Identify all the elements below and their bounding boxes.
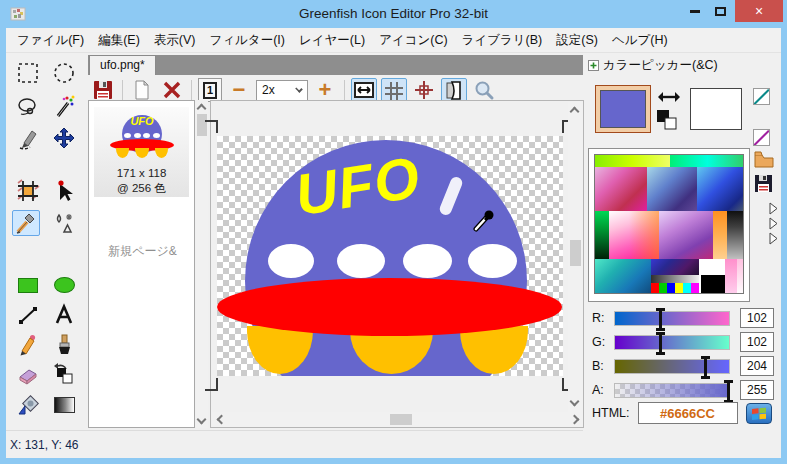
delete-page-button[interactable] [159, 78, 185, 102]
menu-item-edit[interactable]: 編集(E) [91, 29, 147, 52]
palette-arrow-button[interactable] [768, 217, 779, 230]
zoom-tool-button[interactable] [471, 78, 497, 102]
tool-button-eyedropper[interactable] [12, 210, 40, 236]
line-icon [16, 303, 40, 327]
scroll-up-icon[interactable] [197, 104, 207, 114]
menu-item-filter[interactable]: フィルター(I) [202, 29, 291, 52]
scroll-down-icon[interactable] [197, 415, 207, 425]
red-value-input[interactable] [740, 308, 774, 328]
canvas-panel[interactable]: UFO [210, 100, 584, 428]
alpha-slider-thumb[interactable] [723, 380, 734, 403]
secondary-color-fill [690, 88, 742, 130]
scroll-down-icon[interactable] [570, 397, 580, 407]
canvas-horizontal-scrollbar[interactable] [212, 412, 583, 427]
pencil-icon [16, 333, 40, 357]
scrollbar-thumb[interactable] [390, 414, 412, 425]
menu-item-settings[interactable]: 設定(S) [549, 29, 605, 52]
red-slider-thumb[interactable] [655, 308, 666, 331]
thumb-ufo-leg [155, 148, 168, 158]
blue-value-input[interactable] [740, 356, 774, 376]
tool-button-magic-wand[interactable] [50, 94, 78, 120]
folder-icon [753, 149, 775, 169]
swap-colors-button[interactable] [658, 90, 680, 104]
eraser-icon [16, 363, 40, 387]
tool-button-lasso[interactable] [14, 94, 42, 120]
tab-ufo-png[interactable]: ufo.png* [89, 55, 156, 75]
scroll-right-icon[interactable] [570, 415, 580, 425]
tool-button-brush[interactable] [50, 332, 78, 358]
menu-item-file[interactable]: ファイル(F) [10, 29, 91, 52]
menu-item-view[interactable]: 表示(V) [147, 29, 203, 52]
canvas-vertical-scrollbar[interactable] [568, 102, 583, 412]
open-palette-button[interactable] [753, 149, 775, 169]
tool-button-pencil[interactable] [14, 332, 42, 358]
tool-button-color-replace[interactable] [50, 362, 78, 388]
tool-button-pen-selection[interactable] [14, 126, 42, 152]
zoom-out-button[interactable]: − [226, 78, 252, 102]
tool-button-selection-rectangle[interactable] [14, 60, 42, 86]
tool-button-gradient[interactable] [50, 392, 78, 418]
primary-color-swatch[interactable] [596, 86, 650, 132]
red-slider[interactable] [614, 311, 730, 326]
tool-button-retouch[interactable] [50, 210, 78, 236]
canvas-image[interactable]: UFO [217, 136, 563, 376]
title-bar[interactable]: Greenfish Icon Editor Pro 32-bit × [0, 0, 787, 28]
color-picker-header[interactable]: カラーピッカー(&C) [588, 57, 718, 74]
default-colors-button[interactable] [655, 108, 679, 132]
crop-mark-top-left-icon[interactable] [205, 120, 218, 133]
minimize-button[interactable] [684, 0, 706, 22]
green-value-input[interactable] [740, 332, 774, 352]
tool-button-text[interactable] [50, 302, 78, 328]
secondary-transparent-button[interactable] [753, 129, 770, 146]
scrollbar-thumb[interactable] [570, 240, 581, 266]
grid-toggle[interactable] [381, 78, 407, 102]
page-thumbnail-item[interactable]: UFO 171 x 118 @ 256 色 [94, 107, 189, 197]
tool-button-move[interactable] [50, 126, 78, 152]
green-slider-thumb[interactable] [655, 332, 666, 355]
palette-arrow-button[interactable] [768, 232, 779, 245]
color-palette[interactable] [594, 154, 744, 294]
page-colors-caption: @ 256 色 [94, 181, 189, 196]
arrow-right-icon [768, 217, 779, 230]
html-color-input[interactable] [638, 402, 738, 424]
scroll-left-icon[interactable] [217, 415, 227, 425]
alpha-slider[interactable] [614, 383, 730, 398]
palette-arrow-button[interactable] [768, 202, 779, 215]
tool-button-crop[interactable] [14, 178, 42, 204]
tool-button-eraser[interactable] [14, 362, 42, 388]
tool-button-rectangle[interactable] [14, 272, 42, 298]
new-page-label[interactable]: 新規ページ& [89, 243, 196, 260]
menu-item-help[interactable]: ヘルプ(H) [605, 29, 675, 52]
blue-slider-thumb[interactable] [700, 356, 711, 379]
menu-item-icon[interactable]: アイコン(C) [372, 29, 455, 52]
new-page-button[interactable] [129, 78, 155, 102]
tool-button-selection-ellipse[interactable] [50, 60, 78, 86]
tool-button-line[interactable] [14, 302, 42, 328]
save-button[interactable] [90, 78, 116, 102]
save-palette-button[interactable] [754, 174, 773, 193]
menu-item-layer[interactable]: レイヤー(L) [292, 29, 372, 52]
crop-mark-bottom-left-icon[interactable] [205, 378, 218, 391]
green-slider[interactable] [614, 335, 730, 350]
actual-size-button[interactable]: 1 [198, 78, 222, 102]
close-button[interactable]: × [735, 0, 783, 22]
pages-panel-toggle[interactable] [441, 78, 467, 102]
centerlines-toggle[interactable] [411, 78, 437, 102]
tool-button-hotspot[interactable] [50, 178, 78, 204]
alpha-value-input[interactable] [740, 380, 774, 400]
scroll-up-icon[interactable] [570, 107, 580, 117]
toolbar-separator [344, 80, 345, 100]
zoom-in-button[interactable]: + [312, 78, 338, 102]
secondary-color-swatch[interactable] [690, 88, 742, 130]
retouch-icon [52, 211, 76, 235]
fit-window-toggle[interactable] [351, 78, 377, 102]
thumb-ufo-leg [135, 148, 149, 158]
tool-button-ellipse[interactable] [50, 272, 78, 298]
tool-button-fill[interactable] [14, 392, 42, 418]
menu-item-library[interactable]: ライブラリ(B) [455, 29, 550, 52]
zoom-level-select[interactable]: 2x [256, 80, 308, 101]
blue-slider[interactable] [614, 359, 730, 374]
primary-transparent-button[interactable] [753, 88, 770, 105]
maximize-button[interactable] [708, 0, 732, 22]
windows-colors-button[interactable] [746, 403, 772, 424]
